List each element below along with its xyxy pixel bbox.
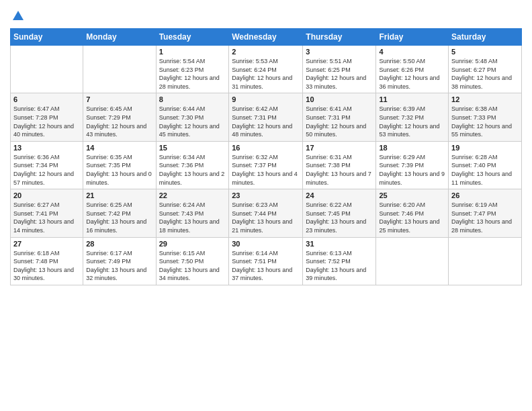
calendar-cell: 18Sunrise: 6:29 AM Sunset: 7:39 PM Dayli… bbox=[376, 141, 449, 189]
calendar-cell: 4Sunrise: 5:50 AM Sunset: 6:26 PM Daylig… bbox=[376, 46, 449, 93]
day-number: 28 bbox=[86, 240, 152, 248]
day-number: 23 bbox=[232, 191, 300, 199]
calendar-week-row: 20Sunrise: 6:27 AM Sunset: 7:41 PM Dayli… bbox=[11, 189, 522, 237]
day-info: Sunrise: 5:51 AM Sunset: 6:25 PM Dayligh… bbox=[306, 57, 373, 91]
calendar-cell: 12Sunrise: 6:38 AM Sunset: 7:33 PM Dayli… bbox=[449, 93, 522, 141]
calendar-cell: 2Sunrise: 5:53 AM Sunset: 6:24 PM Daylig… bbox=[229, 46, 303, 93]
day-of-week-header: Thursday bbox=[303, 29, 376, 46]
calendar-cell: 21Sunrise: 6:25 AM Sunset: 7:42 PM Dayli… bbox=[83, 189, 156, 237]
calendar-week-row: 27Sunrise: 6:18 AM Sunset: 7:48 PM Dayli… bbox=[11, 237, 522, 285]
calendar-cell: 3Sunrise: 5:51 AM Sunset: 6:25 PM Daylig… bbox=[303, 46, 376, 93]
day-of-week-header: Monday bbox=[83, 29, 156, 46]
calendar-cell bbox=[449, 237, 522, 285]
day-info: Sunrise: 5:48 AM Sunset: 6:27 PM Dayligh… bbox=[451, 57, 519, 91]
day-number: 18 bbox=[379, 144, 445, 152]
calendar-cell: 19Sunrise: 6:28 AM Sunset: 7:40 PM Dayli… bbox=[449, 141, 522, 189]
day-number: 17 bbox=[306, 144, 373, 152]
day-number: 3 bbox=[306, 48, 373, 56]
day-info: Sunrise: 5:54 AM Sunset: 6:23 PM Dayligh… bbox=[159, 57, 226, 91]
logo-icon bbox=[11, 9, 25, 23]
calendar-cell: 20Sunrise: 6:27 AM Sunset: 7:41 PM Dayli… bbox=[11, 189, 83, 237]
calendar-cell: 15Sunrise: 6:34 AM Sunset: 7:36 PM Dayli… bbox=[156, 141, 229, 189]
calendar-cell: 30Sunrise: 6:14 AM Sunset: 7:51 PM Dayli… bbox=[229, 237, 303, 285]
day-number: 30 bbox=[232, 240, 300, 248]
calendar-cell bbox=[376, 237, 449, 285]
day-number: 27 bbox=[13, 240, 80, 248]
day-number: 31 bbox=[306, 240, 373, 248]
day-info: Sunrise: 6:22 AM Sunset: 7:45 PM Dayligh… bbox=[306, 201, 373, 234]
day-info: Sunrise: 6:18 AM Sunset: 7:48 PM Dayligh… bbox=[13, 249, 80, 283]
calendar-cell: 11Sunrise: 6:39 AM Sunset: 7:32 PM Dayli… bbox=[376, 93, 449, 141]
day-info: Sunrise: 6:38 AM Sunset: 7:33 PM Dayligh… bbox=[451, 105, 519, 138]
calendar-cell: 29Sunrise: 6:15 AM Sunset: 7:50 PM Dayli… bbox=[156, 237, 229, 285]
calendar-cell: 7Sunrise: 6:45 AM Sunset: 7:29 PM Daylig… bbox=[83, 93, 156, 141]
calendar-cell: 14Sunrise: 6:35 AM Sunset: 7:35 PM Dayli… bbox=[83, 141, 156, 189]
day-info: Sunrise: 6:19 AM Sunset: 7:47 PM Dayligh… bbox=[451, 201, 519, 234]
day-number: 6 bbox=[13, 95, 80, 103]
day-of-week-header: Saturday bbox=[449, 29, 522, 46]
calendar-cell: 10Sunrise: 6:41 AM Sunset: 7:31 PM Dayli… bbox=[303, 93, 376, 141]
calendar-cell: 23Sunrise: 6:23 AM Sunset: 7:44 PM Dayli… bbox=[229, 189, 303, 237]
day-number: 2 bbox=[232, 48, 300, 56]
calendar-week-row: 1Sunrise: 5:54 AM Sunset: 6:23 PM Daylig… bbox=[11, 46, 522, 93]
calendar-cell: 8Sunrise: 6:44 AM Sunset: 7:30 PM Daylig… bbox=[156, 93, 229, 141]
day-number: 21 bbox=[86, 191, 152, 199]
calendar-cell: 13Sunrise: 6:36 AM Sunset: 7:34 PM Dayli… bbox=[11, 141, 83, 189]
day-number: 25 bbox=[379, 191, 445, 199]
day-info: Sunrise: 6:36 AM Sunset: 7:34 PM Dayligh… bbox=[13, 153, 80, 187]
logo bbox=[10, 9, 25, 23]
calendar-cell: 25Sunrise: 6:20 AM Sunset: 7:46 PM Dayli… bbox=[376, 189, 449, 237]
calendar-cell: 24Sunrise: 6:22 AM Sunset: 7:45 PM Dayli… bbox=[303, 189, 376, 237]
day-info: Sunrise: 6:45 AM Sunset: 7:29 PM Dayligh… bbox=[86, 105, 152, 138]
day-info: Sunrise: 6:23 AM Sunset: 7:44 PM Dayligh… bbox=[232, 201, 300, 234]
day-info: Sunrise: 6:34 AM Sunset: 7:36 PM Dayligh… bbox=[159, 153, 226, 187]
day-info: Sunrise: 5:50 AM Sunset: 6:26 PM Dayligh… bbox=[379, 57, 445, 91]
day-number: 9 bbox=[232, 95, 300, 103]
calendar-cell bbox=[83, 46, 156, 93]
calendar-cell: 1Sunrise: 5:54 AM Sunset: 6:23 PM Daylig… bbox=[156, 46, 229, 93]
day-info: Sunrise: 5:53 AM Sunset: 6:24 PM Dayligh… bbox=[232, 57, 300, 91]
day-info: Sunrise: 6:35 AM Sunset: 7:35 PM Dayligh… bbox=[86, 153, 152, 187]
day-number: 10 bbox=[306, 95, 373, 103]
calendar-cell: 6Sunrise: 6:47 AM Sunset: 7:28 PM Daylig… bbox=[11, 93, 83, 141]
day-info: Sunrise: 6:32 AM Sunset: 7:37 PM Dayligh… bbox=[232, 153, 300, 187]
day-info: Sunrise: 6:24 AM Sunset: 7:43 PM Dayligh… bbox=[159, 201, 226, 234]
day-number: 12 bbox=[451, 95, 519, 103]
day-info: Sunrise: 6:28 AM Sunset: 7:40 PM Dayligh… bbox=[451, 153, 519, 187]
day-info: Sunrise: 6:17 AM Sunset: 7:49 PM Dayligh… bbox=[86, 249, 152, 283]
calendar-week-row: 6Sunrise: 6:47 AM Sunset: 7:28 PM Daylig… bbox=[11, 93, 522, 141]
day-number: 1 bbox=[159, 48, 226, 56]
day-info: Sunrise: 6:29 AM Sunset: 7:39 PM Dayligh… bbox=[379, 153, 445, 187]
calendar-week-row: 13Sunrise: 6:36 AM Sunset: 7:34 PM Dayli… bbox=[11, 141, 522, 189]
day-info: Sunrise: 6:47 AM Sunset: 7:28 PM Dayligh… bbox=[13, 105, 80, 138]
day-number: 22 bbox=[159, 191, 226, 199]
calendar-cell: 9Sunrise: 6:42 AM Sunset: 7:31 PM Daylig… bbox=[229, 93, 303, 141]
day-info: Sunrise: 6:13 AM Sunset: 7:52 PM Dayligh… bbox=[306, 249, 373, 283]
header bbox=[10, 7, 522, 23]
day-number: 13 bbox=[13, 144, 80, 152]
calendar-cell bbox=[11, 46, 83, 93]
day-number: 11 bbox=[379, 95, 445, 103]
day-number: 16 bbox=[232, 144, 300, 152]
day-info: Sunrise: 6:39 AM Sunset: 7:32 PM Dayligh… bbox=[379, 105, 445, 138]
day-number: 7 bbox=[86, 95, 152, 103]
calendar: SundayMondayTuesdayWednesdayThursdayFrid… bbox=[10, 28, 522, 285]
day-number: 8 bbox=[159, 95, 226, 103]
day-number: 15 bbox=[159, 144, 226, 152]
page: SundayMondayTuesdayWednesdayThursdayFrid… bbox=[0, 0, 532, 411]
day-number: 19 bbox=[451, 144, 519, 152]
day-info: Sunrise: 6:15 AM Sunset: 7:50 PM Dayligh… bbox=[159, 249, 226, 283]
calendar-cell: 31Sunrise: 6:13 AM Sunset: 7:52 PM Dayli… bbox=[303, 237, 376, 285]
day-number: 29 bbox=[159, 240, 226, 248]
calendar-cell: 27Sunrise: 6:18 AM Sunset: 7:48 PM Dayli… bbox=[11, 237, 83, 285]
calendar-cell: 16Sunrise: 6:32 AM Sunset: 7:37 PM Dayli… bbox=[229, 141, 303, 189]
day-info: Sunrise: 6:44 AM Sunset: 7:30 PM Dayligh… bbox=[159, 105, 226, 138]
day-of-week-header: Friday bbox=[376, 29, 449, 46]
day-info: Sunrise: 6:25 AM Sunset: 7:42 PM Dayligh… bbox=[86, 201, 152, 234]
day-of-week-header: Sunday bbox=[11, 29, 83, 46]
calendar-header-row: SundayMondayTuesdayWednesdayThursdayFrid… bbox=[11, 29, 522, 46]
day-info: Sunrise: 6:31 AM Sunset: 7:38 PM Dayligh… bbox=[306, 153, 373, 187]
day-number: 24 bbox=[306, 191, 373, 199]
day-number: 14 bbox=[86, 144, 152, 152]
calendar-cell: 22Sunrise: 6:24 AM Sunset: 7:43 PM Dayli… bbox=[156, 189, 229, 237]
